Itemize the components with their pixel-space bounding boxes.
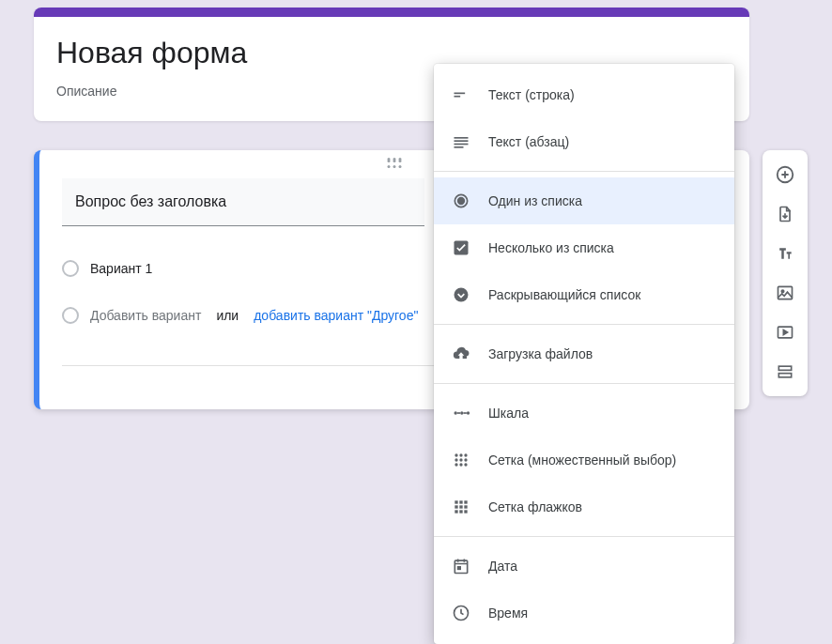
svg-point-17 (459, 453, 462, 456)
svg-rect-28 (455, 505, 457, 508)
svg-point-20 (459, 458, 462, 461)
menu-label: Один из списка (488, 193, 582, 208)
radio-icon (62, 307, 79, 324)
svg-rect-41 (778, 366, 791, 370)
menu-separator (434, 383, 734, 384)
add-image-button[interactable] (768, 276, 802, 310)
menu-label: Сетка (множественный выбор) (488, 452, 676, 468)
svg-rect-29 (459, 505, 462, 508)
menu-separator (434, 536, 734, 537)
radio-selected-icon (451, 191, 471, 211)
menu-label: Загрузка файлов (488, 346, 593, 361)
question-type-menu[interactable]: Текст (строка) Текст (абзац) Один из спи… (434, 64, 734, 644)
svg-rect-25 (455, 500, 457, 503)
menu-label: Сетка флажков (488, 499, 582, 514)
add-section-button[interactable] (768, 355, 802, 389)
menu-item-dropdown[interactable]: Раскрывающийся список (434, 271, 734, 318)
menu-label: Раскрывающийся список (488, 287, 640, 302)
menu-item-file-upload[interactable]: Загрузка файлов (434, 330, 734, 377)
menu-item-grid-radio[interactable]: Сетка (множественный выбор) (434, 437, 734, 483)
svg-point-10 (455, 288, 469, 302)
menu-label: Время (488, 606, 528, 621)
menu-item-paragraph[interactable]: Текст (абзац) (434, 118, 734, 165)
menu-label: Текст (строка) (488, 87, 575, 102)
svg-rect-4 (455, 140, 469, 142)
svg-point-18 (464, 453, 467, 456)
svg-point-22 (455, 463, 457, 466)
menu-item-checkbox[interactable]: Несколько из списка (434, 224, 734, 271)
menu-item-date[interactable]: Дата (434, 543, 734, 590)
svg-rect-33 (464, 510, 467, 513)
svg-point-13 (460, 411, 463, 414)
short-text-icon (451, 84, 471, 105)
menu-label: Несколько из списка (488, 240, 614, 255)
svg-rect-38 (778, 286, 793, 299)
svg-point-24 (464, 463, 467, 466)
question-title-input[interactable] (62, 178, 424, 226)
side-toolbar (763, 150, 808, 396)
svg-rect-27 (464, 500, 467, 503)
svg-rect-26 (459, 500, 462, 503)
paragraph-icon (451, 131, 471, 152)
svg-rect-2 (455, 96, 461, 98)
clock-icon (451, 603, 471, 623)
radio-icon (62, 260, 79, 277)
cloud-upload-icon (451, 344, 471, 364)
svg-rect-3 (455, 137, 469, 139)
svg-point-8 (458, 198, 465, 205)
svg-point-23 (459, 463, 462, 466)
svg-rect-12 (457, 412, 460, 414)
svg-point-16 (455, 453, 457, 456)
grid-radio-icon (451, 450, 471, 470)
svg-rect-1 (455, 93, 466, 95)
calendar-icon (451, 556, 471, 576)
add-other-link[interactable]: добавить вариант "Другое" (254, 308, 418, 323)
svg-point-11 (455, 411, 457, 414)
add-video-button[interactable] (768, 315, 802, 349)
checkbox-icon (451, 238, 471, 258)
menu-item-scale[interactable]: Шкала (434, 390, 734, 437)
option-label[interactable]: Вариант 1 (90, 261, 152, 276)
svg-rect-30 (464, 505, 467, 508)
svg-rect-6 (455, 146, 464, 148)
svg-rect-31 (455, 510, 457, 513)
grid-checkbox-icon (451, 497, 471, 517)
svg-rect-5 (455, 144, 469, 146)
menu-item-radio[interactable]: Один из списка (434, 177, 734, 224)
add-question-button[interactable] (768, 158, 802, 192)
menu-item-short-text[interactable]: Текст (строка) (434, 71, 734, 118)
menu-label: Текст (абзац) (488, 134, 569, 149)
scale-icon (451, 403, 471, 423)
svg-point-21 (464, 458, 467, 461)
svg-point-19 (455, 458, 457, 461)
add-option-placeholder[interactable]: Добавить вариант (90, 308, 201, 323)
svg-point-39 (781, 290, 784, 293)
add-title-button[interactable] (768, 237, 802, 270)
svg-rect-42 (778, 374, 791, 377)
import-questions-button[interactable] (768, 197, 802, 231)
menu-label: Шкала (488, 406, 529, 421)
dropdown-icon (451, 284, 471, 305)
drag-handle-icon[interactable] (388, 160, 402, 168)
or-text: или (216, 308, 239, 323)
svg-rect-35 (458, 567, 461, 570)
svg-rect-32 (459, 510, 462, 513)
menu-item-time[interactable]: Время (434, 590, 734, 636)
menu-item-grid-checkbox[interactable]: Сетка флажков (434, 483, 734, 530)
svg-rect-14 (464, 412, 467, 414)
menu-separator (434, 171, 734, 172)
menu-label: Дата (488, 559, 517, 574)
svg-point-15 (467, 411, 470, 414)
menu-separator (434, 324, 734, 325)
